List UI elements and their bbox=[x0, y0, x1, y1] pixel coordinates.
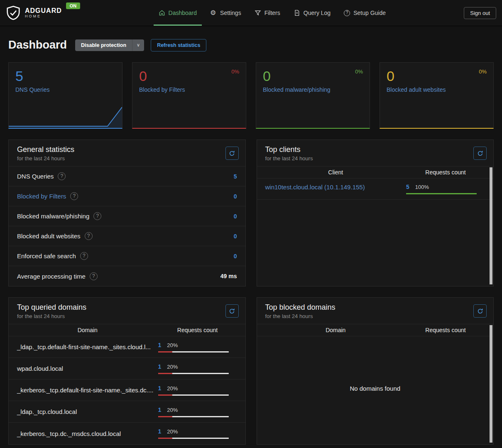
stat-row-label: Blocked adult websites bbox=[17, 233, 81, 240]
panel-header: Top blocked domains for the last 24 hour… bbox=[257, 298, 494, 324]
column-header-requests[interactable]: Requests count bbox=[406, 327, 485, 333]
empty-state-message: No domains found bbox=[257, 336, 494, 440]
panel-header: Top queried domains for the last 24 hour… bbox=[9, 298, 245, 324]
column-header-requests[interactable]: Requests count bbox=[158, 327, 237, 333]
brand[interactable]: ADGUARD HOME ON bbox=[6, 0, 80, 26]
request-percent: 20% bbox=[167, 407, 178, 413]
disable-protection-label[interactable]: Disable protection bbox=[75, 39, 132, 51]
column-header-requests[interactable]: Requests count bbox=[406, 169, 485, 176]
table-row: win10test.cloud.local (10.1.149.155) 5 1… bbox=[257, 179, 494, 200]
stat-row-value: 0 bbox=[234, 253, 237, 259]
brand-name: ADGUARD bbox=[25, 7, 62, 15]
stat-row-label: DNS Queries bbox=[17, 173, 54, 180]
table-row: wpad.cloud.local 1 20% bbox=[9, 358, 245, 379]
stat-label: Blocked malware/phishing bbox=[263, 86, 363, 93]
help-icon[interactable] bbox=[80, 252, 88, 260]
domain-name: _kerberos._tcp.dc._msdcs.cloud.local bbox=[17, 430, 158, 437]
refresh-button[interactable] bbox=[473, 147, 487, 160]
stat-value: 0 bbox=[139, 69, 239, 84]
request-count: 1 bbox=[158, 363, 162, 370]
stat-value: 0 bbox=[263, 69, 363, 84]
disable-protection-button[interactable]: Disable protection bbox=[75, 39, 144, 51]
stat-row-value: 0 bbox=[234, 193, 237, 200]
page-header: Dashboard Disable protection Refresh sta… bbox=[8, 39, 494, 51]
request-percent: 20% bbox=[167, 428, 178, 435]
question-circle-icon bbox=[344, 10, 350, 16]
progress-bar bbox=[158, 394, 229, 396]
top-blocked-domains-panel: Top blocked domains for the last 24 hour… bbox=[257, 297, 494, 445]
nav-item-dashboard[interactable]: Dashboard bbox=[154, 0, 202, 26]
column-header-domain[interactable]: Domain bbox=[265, 327, 406, 333]
stat-row-label[interactable]: Blocked by Filters bbox=[17, 193, 66, 200]
funnel-icon bbox=[255, 10, 261, 16]
nav-label: Query Log bbox=[304, 10, 331, 16]
help-icon[interactable] bbox=[90, 272, 98, 280]
panel-title: Top blocked domains bbox=[265, 303, 485, 312]
help-icon[interactable] bbox=[93, 212, 101, 220]
table-header: Client Requests count bbox=[257, 166, 494, 179]
nav-item-query-log[interactable]: Query Log bbox=[289, 0, 335, 26]
refresh-icon bbox=[477, 308, 483, 314]
domain-name: _kerberos._tcp.default-first-site-name._… bbox=[17, 387, 158, 394]
stat-row-label: Average processing time bbox=[17, 273, 86, 280]
dashboard-page: Dashboard Disable protection Refresh sta… bbox=[0, 39, 502, 445]
column-header-client[interactable]: Client bbox=[265, 169, 406, 176]
stat-value: 0 bbox=[387, 69, 487, 84]
stat-row: Blocked by Filters 0 bbox=[9, 186, 245, 206]
stat-cards: 5 DNS Queries 0% 0 Blocked by Filters 0%… bbox=[8, 62, 494, 129]
scrollbar[interactable] bbox=[490, 325, 492, 443]
column-header-domain[interactable]: Domain bbox=[17, 327, 158, 333]
request-percent: 20% bbox=[167, 364, 178, 370]
requests-cell: 1 20% bbox=[158, 342, 229, 353]
gear-icon: ⚙ bbox=[210, 10, 217, 16]
domain-name: wpad.cloud.local bbox=[17, 365, 158, 372]
nav-item-setup-guide[interactable]: Setup Guide bbox=[339, 0, 391, 26]
help-icon[interactable] bbox=[58, 172, 66, 180]
stat-value: 5 bbox=[15, 69, 115, 84]
requests-cell: 1 20% bbox=[158, 363, 229, 374]
stat-card-blocked-malware: 0% 0 Blocked malware/phishing bbox=[256, 62, 370, 129]
refresh-button[interactable] bbox=[225, 304, 239, 318]
brand-text: ADGUARD HOME bbox=[25, 7, 62, 18]
table-header: Domain Requests count bbox=[257, 324, 494, 336]
top-clients-panel: Top clients for the last 24 hours Client… bbox=[257, 140, 494, 286]
sign-out-button[interactable]: Sign out bbox=[464, 7, 496, 19]
main-nav: Dashboard ⚙ Settings Filters Query Log S… bbox=[80, 0, 464, 26]
refresh-button[interactable] bbox=[225, 147, 239, 160]
stat-row-value: 5 bbox=[234, 173, 237, 180]
nav-label: Filters bbox=[264, 10, 280, 16]
stat-row: Blocked malware/phishing 0 bbox=[9, 206, 245, 226]
progress-bar bbox=[406, 193, 477, 194]
help-icon[interactable] bbox=[85, 232, 93, 240]
request-count: 5 bbox=[406, 184, 409, 190]
refresh-statistics-button[interactable]: Refresh statistics bbox=[151, 39, 206, 51]
stat-card-blocked-adult: 0% 0 Blocked adult websites bbox=[380, 62, 494, 129]
document-icon bbox=[294, 10, 300, 16]
nav-item-settings[interactable]: ⚙ Settings bbox=[205, 0, 246, 26]
stat-card-dns-queries: 5 DNS Queries bbox=[8, 62, 122, 129]
panel-title: Top clients bbox=[265, 145, 485, 154]
requests-cell: 1 20% bbox=[158, 428, 229, 439]
scrollbar[interactable] bbox=[490, 167, 492, 284]
request-percent: 20% bbox=[167, 342, 178, 348]
domain-name: _ldap._tcp.cloud.local bbox=[17, 408, 158, 415]
nav-item-filters[interactable]: Filters bbox=[250, 0, 285, 26]
progress-bar bbox=[158, 438, 229, 439]
refresh-icon bbox=[477, 150, 483, 157]
table-header: Domain Requests count bbox=[9, 324, 245, 336]
stat-row-label: Blocked malware/phishing bbox=[17, 213, 89, 220]
client-link[interactable]: win10test.cloud.local (10.1.149.155) bbox=[265, 184, 406, 191]
help-icon[interactable] bbox=[70, 192, 78, 200]
chevron-down-icon[interactable] bbox=[132, 39, 144, 51]
bottom-row: Top queried domains for the last 24 hour… bbox=[8, 297, 494, 445]
refresh-button[interactable] bbox=[473, 304, 487, 318]
progress-bar bbox=[158, 351, 229, 353]
stat-row-value: 0 bbox=[234, 233, 237, 240]
requests-cell: 1 20% bbox=[158, 406, 229, 417]
middle-row: General statistics for the last 24 hours… bbox=[8, 140, 494, 286]
brand-subtitle: HOME bbox=[25, 15, 62, 18]
stat-card-blocked-filters: 0% 0 Blocked by Filters bbox=[132, 62, 246, 129]
dns-queries-sparkline bbox=[9, 105, 122, 128]
stat-label: Blocked by Filters bbox=[139, 86, 239, 93]
panel-subtitle: for the last 24 hours bbox=[17, 155, 237, 162]
